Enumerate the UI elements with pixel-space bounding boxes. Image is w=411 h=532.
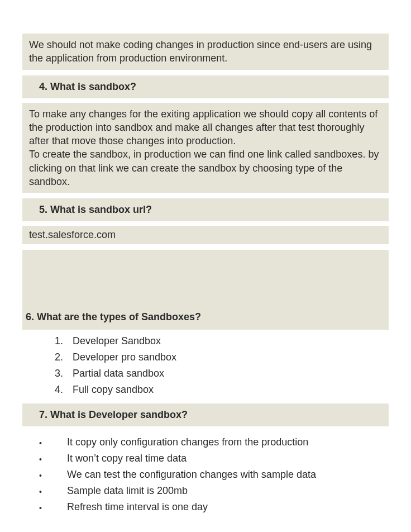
list-item-text: It won’t copy real time data	[67, 453, 187, 464]
list-item: 4.Full copy sandbox	[22, 382, 389, 398]
q6-heading: 6. What are the types of Sandboxes?	[22, 306, 389, 329]
list-item-text: Developer pro sandbox	[73, 352, 176, 363]
list-item: It copy only configuration changes from …	[22, 434, 389, 450]
list-item: Refresh time interval is one day	[22, 499, 389, 515]
q6-container: 6. What are the types of Sandboxes?	[22, 250, 389, 330]
intro-paragraph: We should not make coding changes in pro…	[22, 34, 389, 70]
list-item-text: Full copy sandbox	[73, 384, 154, 395]
list-item-text: Partial data sandbox	[73, 368, 164, 379]
list-item-text: Sample data limit is 200mb	[67, 485, 188, 496]
list-item: 3.Partial data sandbox	[22, 365, 389, 382]
list-item: It won’t copy real time data	[22, 450, 389, 467]
q7-heading: 7. What is Developer sandbox?	[22, 403, 389, 426]
q7-list: It copy only configuration changes from …	[22, 431, 389, 515]
document-page: We should not make coding changes in pro…	[0, 0, 411, 532]
list-item: 1.Developer Sandbox	[22, 333, 389, 349]
q4-answer: To make any changes for the exiting appl…	[22, 103, 389, 193]
list-item: Sample data limit is 200mb	[22, 483, 389, 499]
list-item-text: It copy only configuration changes from …	[67, 436, 308, 448]
blank-block	[22, 250, 389, 306]
list-item: We can test the configuration changes wi…	[22, 467, 389, 483]
q6-list: 1.Developer Sandbox 2.Developer pro sand…	[22, 330, 389, 403]
list-item-text: Developer Sandbox	[73, 335, 161, 346]
list-item-text: We can test the configuration changes wi…	[67, 469, 316, 480]
list-item: 2.Developer pro sandbox	[22, 349, 389, 365]
q5-heading: 5. What is sandbox url?	[22, 198, 389, 221]
list-item-text: Refresh time interval is one day	[67, 501, 208, 512]
q5-answer: test.salesforce.com	[22, 226, 389, 244]
q4-heading: 4. What is sandbox?	[22, 75, 389, 98]
